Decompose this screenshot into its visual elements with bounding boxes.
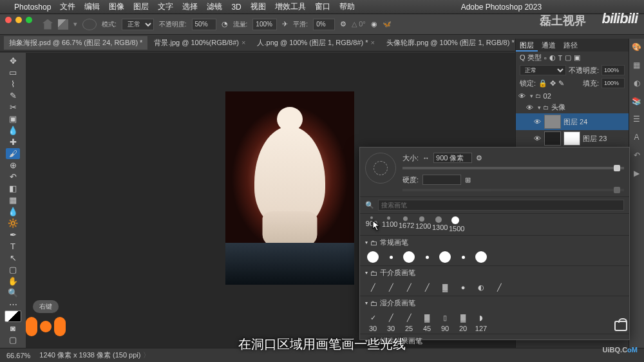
eraser-tool[interactable]: ◧ (6, 183, 20, 194)
visibility-icon[interactable]: 👁 (526, 104, 534, 111)
brush-size-input[interactable] (433, 153, 472, 163)
brush-tool[interactable]: 🖌 (6, 148, 20, 159)
brush-size-slider[interactable] (402, 167, 624, 169)
tab-channels[interactable]: 通道 (538, 39, 560, 52)
brush-preset-item[interactable]: ╱30 (383, 311, 399, 332)
layer-row[interactable]: 👁 图层 23 (516, 130, 629, 147)
pressure-size-icon[interactable]: ◉ (371, 20, 377, 28)
gradient-tool[interactable]: ▦ (6, 195, 20, 205)
brush-preset-item[interactable]: ▓20 (455, 311, 471, 332)
menu-file[interactable]: 文件 (60, 1, 75, 12)
recent-brush[interactable]: 1100 (382, 216, 395, 233)
menu-layer[interactable]: 图层 (133, 1, 149, 12)
lock-pixels-icon[interactable]: ✎ (558, 79, 564, 88)
home-icon[interactable] (43, 19, 53, 30)
brush-preset-item[interactable]: ╱ (365, 281, 381, 294)
filter-shape-icon[interactable]: ▢ (565, 53, 571, 62)
brush-preset-item[interactable] (383, 251, 399, 264)
pen-tool[interactable]: ✒ (6, 229, 20, 240)
brush-settings-icon[interactable]: ⚙ (476, 154, 482, 162)
properties-panel-icon[interactable]: ☰ (632, 115, 642, 125)
brush-tool-icon[interactable] (58, 19, 68, 30)
flow-input[interactable] (252, 19, 277, 30)
layer-opacity-input[interactable] (601, 65, 625, 75)
zoom-window-button[interactable] (26, 17, 32, 23)
layer-name[interactable]: 图层 24 (564, 117, 587, 127)
quick-mask-icon[interactable]: ◙ (6, 323, 20, 334)
screen-mode-icon[interactable]: ▢ (6, 334, 20, 345)
brush-preset-item[interactable] (455, 251, 471, 264)
layer-mask-thumbnail[interactable] (564, 131, 580, 146)
tab-layers[interactable]: 图层 (516, 39, 538, 52)
zoom-tool[interactable]: 🔍 (6, 287, 20, 298)
crop-tool[interactable]: ✂ (6, 102, 20, 113)
brush-group-wet[interactable]: 🗀湿介质画笔 (360, 296, 629, 310)
menu-image[interactable]: 图像 (109, 1, 124, 12)
airbrush-icon[interactable]: ✈ (282, 20, 288, 28)
brush-preset-item[interactable]: ╱ (401, 281, 417, 294)
eyedropper-tool[interactable]: 💧 (6, 125, 20, 136)
visibility-icon[interactable]: 👁 (518, 92, 526, 100)
blend-mode-select[interactable]: 正常 (122, 19, 154, 30)
brush-preset-item[interactable] (437, 251, 453, 264)
menu-help[interactable]: 帮助 (339, 1, 355, 12)
layer-fill-input[interactable] (601, 78, 625, 88)
blur-tool[interactable]: 💧 (6, 206, 20, 217)
brush-preset-item[interactable] (473, 251, 489, 264)
brush-tip-preview[interactable] (365, 153, 396, 184)
filter-smart-icon[interactable]: ▣ (574, 53, 580, 62)
brush-preset-item[interactable]: ◐ (473, 281, 489, 294)
menu-view[interactable]: 视图 (251, 1, 266, 12)
brush-preset-item[interactable]: ▓45 (419, 311, 435, 332)
tab-document-1[interactable]: 抽象海报.psd @ 66.7% (图层 24, RGB/8) * (4, 36, 147, 50)
adjustments-panel-icon[interactable]: ◐ (632, 79, 642, 89)
layer-name[interactable]: 图层 23 (583, 134, 607, 144)
brush-preset-item[interactable]: ╱ (491, 281, 507, 294)
minimize-window-button[interactable] (15, 17, 22, 23)
opacity-input[interactable] (192, 19, 216, 30)
close-tab-icon[interactable]: × (242, 39, 245, 46)
filter-type-icon[interactable]: T (558, 54, 563, 62)
filter-pixel-icon[interactable]: ▫ (544, 54, 547, 62)
smoothing-input[interactable] (313, 19, 335, 30)
lock-position-icon[interactable]: ✥ (550, 79, 556, 88)
brush-preset-item[interactable]: ● (455, 281, 471, 294)
flip-icon[interactable]: ↔ (422, 154, 430, 162)
recent-brush[interactable]: 1200 (415, 216, 428, 233)
brush-preset-item[interactable] (365, 251, 381, 264)
brush-preset-item[interactable]: ▓ (437, 281, 453, 294)
filter-adjust-icon[interactable]: ◐ (549, 53, 556, 62)
brush-preset-item[interactable]: ╱ (383, 281, 399, 294)
brush-preset-item[interactable] (419, 251, 435, 264)
libraries-panel-icon[interactable]: 📚 (632, 97, 642, 107)
layer-row[interactable]: 👁 图层 24 (516, 113, 629, 130)
move-tool[interactable]: ✥ (6, 55, 20, 66)
lasso-tool[interactable]: ⌇ (6, 79, 20, 90)
menu-select[interactable]: 选择 (182, 1, 198, 12)
path-select-tool[interactable]: ↖ (6, 252, 20, 263)
brush-preset-item[interactable]: ╱ (419, 281, 435, 294)
marquee-tool[interactable]: ▭ (6, 67, 20, 78)
brush-hardness-slider[interactable] (402, 189, 624, 191)
character-panel-icon[interactable]: A (632, 133, 642, 143)
smoothing-options-icon[interactable]: ⚙ (340, 20, 346, 28)
menu-3d[interactable]: 3D (231, 3, 241, 12)
rectangle-tool[interactable]: ▢ (6, 264, 20, 275)
actions-panel-icon[interactable]: ▶ (632, 169, 642, 179)
menu-plugins[interactable]: 增效工具 (275, 1, 306, 12)
brush-preset-item[interactable]: ✓30 (365, 311, 381, 332)
lock-all-icon[interactable]: 🔒 (538, 79, 547, 88)
menu-filter[interactable]: 滤镜 (207, 1, 222, 12)
layer-blend-select[interactable]: 正常 (520, 65, 566, 75)
brush-preset-item[interactable]: ▯90 (437, 311, 453, 332)
visibility-icon[interactable]: 👁 (534, 135, 542, 142)
quick-select-tool[interactable]: ✎ (6, 90, 20, 101)
brush-preset-item[interactable]: ◗127 (473, 311, 489, 332)
type-tool[interactable]: T (6, 241, 20, 252)
history-brush-tool[interactable]: ↶ (6, 171, 20, 182)
pressure-opacity-icon[interactable]: ◔ (222, 20, 228, 28)
edit-toolbar-icon[interactable]: ⋯ (6, 299, 20, 310)
tab-document-3[interactable]: 人.png @ 100% (图层 1, RGB/8#) *× (252, 36, 379, 50)
recent-brush[interactable]: 1672 (399, 216, 412, 233)
frame-tool[interactable]: ▣ (6, 113, 20, 124)
